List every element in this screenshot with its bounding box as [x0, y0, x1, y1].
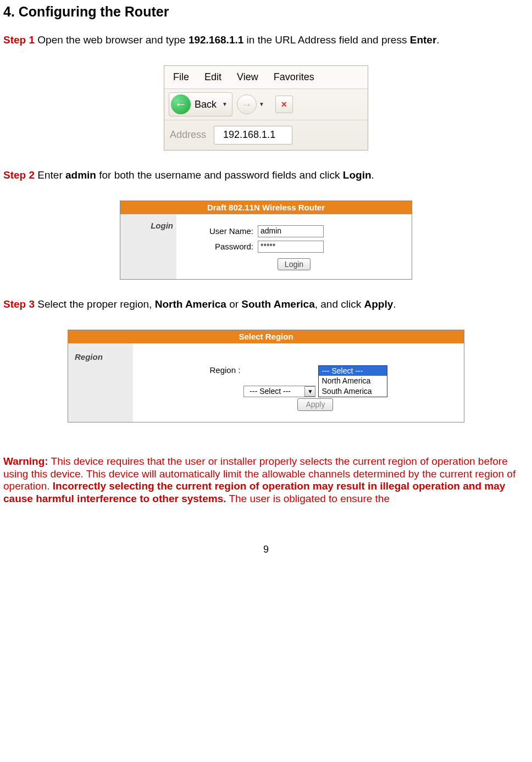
warning-label: Warning:	[3, 455, 48, 467]
menu-edit[interactable]: Edit	[204, 71, 221, 84]
step2-login: Login	[343, 169, 372, 181]
region-header: Select Region	[68, 330, 464, 343]
menu-favorites[interactable]: Favorites	[274, 71, 314, 84]
step1-enter: Enter	[410, 34, 437, 46]
region-screenshot: Select Region Region Region : --- Select…	[68, 330, 464, 422]
back-button[interactable]: Back ▼	[169, 92, 232, 116]
password-label: Password:	[182, 242, 253, 252]
step2-mid: for both the username and password field…	[96, 169, 343, 181]
back-arrow-icon	[171, 94, 191, 114]
step1-label: Step 1	[3, 34, 35, 46]
step1-post: in the URL Address field and press	[243, 34, 409, 46]
region-option-na[interactable]: North America	[319, 376, 387, 386]
step1-ip: 192.168.1.1	[189, 34, 243, 46]
warning-text: Warning: This device requires that the u…	[3, 455, 529, 505]
address-input[interactable]: 192.168.1.1	[214, 126, 292, 144]
page-number: 9	[3, 544, 529, 556]
dropdown-arrow-icon[interactable]: ▼	[304, 386, 315, 397]
menu-view[interactable]: View	[237, 71, 258, 84]
login-button[interactable]: Login	[278, 258, 311, 270]
login-side-label: Login	[120, 214, 176, 279]
stop-button[interactable]: ×	[275, 96, 293, 113]
apply-button[interactable]: Apply	[297, 398, 333, 411]
step2-text: Step 2 Enter admin for both the username…	[3, 169, 529, 182]
step3-apply: Apply	[364, 298, 394, 310]
login-screenshot: Draft 802.11N Wireless Router Login User…	[120, 201, 412, 280]
warning-t2: The user is obligated to ensure the	[226, 493, 390, 504]
region-select[interactable]: --- Select --- ▼	[243, 386, 315, 397]
region-dropdown-list: --- Select --- North America South Ameri…	[318, 365, 387, 397]
address-label: Address	[170, 129, 206, 141]
login-header: Draft 802.11N Wireless Router	[120, 201, 412, 214]
step3-na: North America	[155, 298, 226, 310]
region-side-label: Region	[68, 343, 133, 422]
step3-label: Step 3	[3, 298, 35, 310]
step3-post: , and click	[315, 298, 364, 310]
step3-text: Step 3 Select the proper region, North A…	[3, 298, 529, 311]
step2-label: Step 2	[3, 169, 35, 181]
region-option-select[interactable]: --- Select ---	[319, 366, 387, 376]
step3-period: .	[393, 298, 396, 310]
forward-button[interactable]: →	[237, 94, 257, 114]
password-input[interactable]: *****	[258, 241, 324, 253]
username-label: User Name:	[182, 226, 253, 236]
username-input[interactable]: admin	[258, 225, 324, 237]
forward-dropdown-icon[interactable]: ▼	[259, 101, 269, 108]
step3-pre: Select the proper region,	[35, 298, 155, 310]
step2-admin: admin	[65, 169, 96, 181]
step1-pre: Open the web browser and type	[35, 34, 189, 46]
step2-pre: Enter	[35, 169, 65, 181]
step1-period: .	[436, 34, 439, 46]
step2-period: .	[372, 169, 374, 181]
region-option-sa[interactable]: South America	[319, 386, 387, 397]
section-heading: 4. Configuring the Router	[3, 3, 529, 20]
step3-or: or	[226, 298, 241, 310]
region-label: Region :	[209, 365, 240, 375]
back-dropdown-icon[interactable]: ▼	[222, 101, 232, 108]
browser-screenshot: File Edit View Favorites Back ▼ → ▼ × Ad…	[164, 65, 368, 151]
region-select-value: --- Select ---	[244, 386, 304, 397]
menu-file[interactable]: File	[173, 71, 189, 84]
step3-sa: South America	[241, 298, 314, 310]
step1-text: Step 1 Open the web browser and type 192…	[3, 34, 529, 47]
back-label: Back	[192, 99, 222, 111]
